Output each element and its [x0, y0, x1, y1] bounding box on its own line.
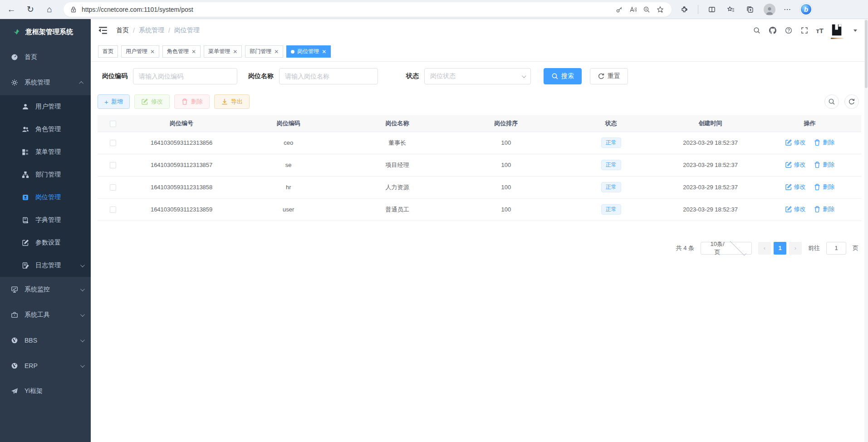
log-file-icon	[22, 262, 29, 269]
sidebar-item-bbs[interactable]: BBS	[0, 328, 91, 353]
extensions-icon[interactable]	[679, 4, 690, 15]
close-icon[interactable]: ✕	[274, 49, 279, 55]
next-page-button[interactable]: ›	[789, 242, 802, 255]
trash-icon	[814, 161, 821, 168]
add-button[interactable]: +新增	[98, 94, 130, 109]
sidebar-item-post-management[interactable]: 岗位管理	[0, 186, 91, 209]
tab-role-management[interactable]: 角色管理✕	[162, 45, 201, 58]
table-search-toggle-icon[interactable]	[824, 94, 839, 109]
sidebar-item-system-management[interactable]: 系统管理	[0, 70, 91, 95]
status-badge: 正常	[601, 204, 621, 215]
row-delete-link[interactable]: 删除	[814, 205, 834, 213]
tab-post-management[interactable]: 岗位管理✕	[286, 45, 331, 58]
row-edit-link[interactable]: 修改	[785, 183, 806, 191]
password-key-icon[interactable]	[613, 3, 626, 16]
github-icon[interactable]	[768, 26, 777, 35]
row-checkbox[interactable]	[110, 140, 116, 146]
sidebar-collapse-icon[interactable]	[98, 25, 108, 35]
prev-page-button[interactable]: ‹	[758, 242, 771, 255]
browser-menu-icon[interactable]: ⋯	[784, 5, 792, 14]
dashboard-icon	[11, 54, 18, 61]
sidebar-item-param-settings[interactable]: 参数设置	[0, 231, 91, 254]
chevron-down-icon	[80, 287, 85, 291]
sidebar-item-erp[interactable]: ERP	[0, 353, 91, 378]
favorite-star-icon[interactable]	[653, 3, 667, 16]
sidebar-item-log-management[interactable]: 日志管理	[0, 254, 91, 277]
tab-user-management[interactable]: 用户管理✕	[121, 45, 159, 58]
chevron-up-icon	[79, 81, 83, 85]
fullscreen-icon[interactable]	[800, 26, 809, 35]
goto-page-input[interactable]	[826, 242, 846, 255]
export-button[interactable]: 导出	[214, 94, 250, 109]
page-1-button[interactable]: 1	[774, 242, 786, 255]
sidebar-item-user-management[interactable]: 用户管理	[0, 95, 91, 118]
delete-button[interactable]: 删除	[174, 94, 210, 109]
sidebar-item-dict-management[interactable]: 字典管理	[0, 209, 91, 231]
page-size-select[interactable]: 10条/页	[701, 242, 752, 255]
help-icon[interactable]	[784, 26, 793, 35]
select-all-checkbox[interactable]	[110, 121, 116, 127]
edit-icon	[141, 98, 148, 105]
row-checkbox[interactable]	[110, 184, 116, 191]
sidebar-item-role-management[interactable]: 角色管理	[0, 118, 91, 141]
sidebar-item-menu-management[interactable]: 菜单管理	[0, 141, 91, 163]
tab-home[interactable]: 首页	[98, 45, 118, 58]
split-screen-icon[interactable]	[706, 4, 717, 15]
table-refresh-icon[interactable]	[844, 94, 859, 109]
chevron-down-icon	[730, 239, 747, 256]
avatar-dropdown-caret[interactable]	[853, 29, 857, 32]
sidebar-item-system-monitor[interactable]: 系统监控	[0, 277, 91, 302]
post-code-label: 岗位编码	[102, 72, 128, 80]
row-edit-link[interactable]: 修改	[785, 138, 806, 147]
copilot-icon[interactable]: b	[800, 3, 812, 15]
plus-icon: +	[104, 98, 108, 106]
close-icon[interactable]: ✕	[150, 49, 155, 55]
close-icon[interactable]: ✕	[233, 49, 237, 55]
collections-icon[interactable]	[745, 4, 755, 15]
sidebar-item-system-tools[interactable]: 系统工具	[0, 302, 91, 328]
row-delete-link[interactable]: 删除	[814, 161, 834, 169]
page-scrollbar[interactable]	[864, 19, 868, 442]
user-icon	[22, 103, 29, 110]
total-count: 共 4 条	[676, 244, 694, 252]
post-code-input[interactable]	[133, 68, 237, 84]
browser-home-button[interactable]: ⌂	[42, 2, 57, 17]
breadcrumb-system[interactable]: 系统管理	[139, 26, 164, 34]
table-row: 1641030593112313858 hr 人力资源 100 正常 2023-…	[98, 176, 861, 198]
browser-profile-avatar[interactable]	[764, 4, 775, 15]
edit-button[interactable]: 修改	[134, 94, 170, 109]
post-name-input[interactable]	[279, 68, 378, 84]
col-post-id: 岗位编号	[128, 115, 235, 132]
row-delete-link[interactable]: 删除	[814, 138, 834, 147]
sidebar-item-yi-framework[interactable]: Yi框架	[0, 378, 91, 404]
reset-button[interactable]: 重置	[590, 68, 628, 84]
avatar-underline	[831, 38, 843, 39]
search-icon[interactable]	[752, 26, 761, 35]
favorites-list-icon[interactable]	[726, 4, 736, 15]
sidebar-item-dept-management[interactable]: 部门管理	[0, 163, 91, 186]
row-delete-link[interactable]: 删除	[814, 183, 834, 191]
breadcrumb-home[interactable]: 首页	[116, 26, 129, 34]
app-logo[interactable]: 意框架管理系统	[0, 19, 91, 44]
row-edit-link[interactable]: 修改	[785, 205, 806, 213]
url-text[interactable]: https://ccnetcore.com:1101/system/post	[82, 6, 613, 13]
scrollbar-thumb[interactable]	[865, 20, 868, 88]
row-edit-link[interactable]: 修改	[785, 161, 806, 169]
user-avatar[interactable]	[830, 24, 845, 37]
browser-back-button[interactable]: ←	[4, 2, 19, 17]
address-bar[interactable]: https://ccnetcore.com:1101/system/post	[64, 2, 672, 17]
font-size-icon[interactable]: тT	[816, 27, 824, 34]
tab-menu-management[interactable]: 菜单管理✕	[204, 45, 242, 58]
search-button[interactable]: 搜索	[544, 68, 582, 84]
close-icon[interactable]: ✕	[322, 49, 326, 55]
sidebar-item-home[interactable]: 首页	[0, 44, 91, 70]
browser-refresh-button[interactable]: ↻	[23, 2, 38, 17]
row-checkbox[interactable]	[110, 206, 116, 213]
tab-dept-management[interactable]: 部门管理✕	[245, 45, 283, 58]
zoom-out-icon[interactable]	[640, 3, 653, 16]
read-aloud-icon[interactable]	[626, 3, 640, 16]
row-checkbox[interactable]	[110, 162, 116, 168]
close-icon[interactable]: ✕	[191, 49, 196, 55]
chevron-down-icon	[80, 338, 85, 342]
status-select[interactable]: 岗位状态	[424, 68, 531, 84]
